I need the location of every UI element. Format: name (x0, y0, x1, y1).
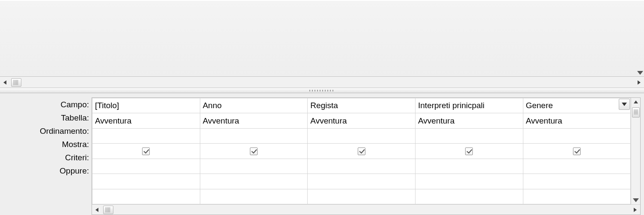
scroll-thumb[interactable] (103, 206, 113, 214)
cell-ordinamento[interactable] (308, 128, 415, 143)
cell-extra[interactable] (415, 189, 523, 204)
cell-oppure[interactable] (523, 174, 631, 189)
cell-oppure[interactable] (415, 174, 523, 189)
checkbox-icon[interactable] (573, 147, 581, 155)
label-criteri: Criteri: (6, 151, 92, 164)
scroll-up-button[interactable] (632, 98, 640, 106)
relations-hscrollbar[interactable] (0, 77, 644, 88)
cell-criteri[interactable] (200, 159, 308, 174)
cell-campo[interactable]: Interpreti prinicpali (415, 98, 523, 113)
relations-collapse-button[interactable] (635, 67, 644, 78)
cell-extra[interactable] (200, 189, 308, 204)
label-campo: Campo: (6, 98, 92, 111)
row-criteri (92, 159, 631, 174)
cell-oppure[interactable] (308, 174, 415, 189)
qbe-vscrollbar[interactable] (631, 98, 640, 204)
svg-marker-2 (638, 80, 641, 85)
row-mostra (92, 144, 631, 159)
qbe-grid-pane: Campo: Tabella: Ordinamento: Mostra: Cri… (0, 93, 644, 215)
cell-criteri[interactable] (92, 159, 200, 174)
scroll-left-button[interactable] (92, 205, 102, 215)
cell-oppure[interactable] (92, 174, 200, 189)
qbe-hscrollbar[interactable] (92, 204, 640, 215)
scroll-down-button[interactable] (632, 196, 640, 204)
svg-marker-7 (634, 208, 637, 212)
cell-extra[interactable] (92, 189, 200, 204)
svg-marker-1 (3, 80, 6, 85)
label-ordinamento: Ordinamento: (6, 124, 92, 138)
row-extra (92, 189, 631, 204)
cell-tabella[interactable]: Avventura (92, 113, 200, 128)
scroll-right-button[interactable] (630, 205, 640, 215)
checkbox-icon[interactable] (142, 147, 150, 155)
cell-mostra[interactable] (200, 144, 308, 159)
cell-campo[interactable]: [Titolo] (92, 98, 200, 113)
field-dropdown-button[interactable] (619, 99, 630, 110)
cell-oppure[interactable] (200, 174, 308, 189)
pane-splitter[interactable] (0, 88, 644, 93)
row-selector-thumb[interactable] (632, 107, 640, 118)
cell-criteri[interactable] (523, 159, 631, 174)
cell-ordinamento[interactable] (523, 128, 631, 143)
cell-criteri[interactable] (308, 159, 415, 174)
row-ordinamento (92, 128, 631, 143)
cell-mostra[interactable] (415, 144, 523, 159)
scroll-right-button[interactable] (634, 78, 644, 87)
row-campo: [Titolo] Anno Regista Interpreti prinicp… (92, 98, 631, 113)
cell-mostra[interactable] (92, 144, 200, 159)
cell-tabella[interactable]: Avventura (523, 113, 631, 128)
qbe-table: [Titolo] Anno Regista Interpreti prinicp… (92, 98, 631, 204)
svg-marker-4 (633, 198, 639, 202)
checkbox-icon[interactable] (358, 147, 365, 155)
splitter-grip-icon (309, 90, 335, 91)
cell-campo[interactable]: Regista (308, 98, 415, 113)
cell-mostra[interactable] (523, 144, 631, 159)
cell-tabella[interactable]: Avventura (415, 113, 523, 128)
cell-campo[interactable]: Genere (523, 98, 631, 113)
svg-marker-0 (637, 71, 643, 75)
cell-criteri[interactable] (415, 159, 523, 174)
svg-marker-6 (95, 208, 98, 212)
checkbox-icon[interactable] (250, 147, 258, 155)
svg-marker-5 (622, 103, 627, 106)
cell-extra[interactable] (523, 189, 631, 204)
label-mostra: Mostra: (6, 138, 92, 151)
cell-mostra[interactable] (308, 144, 415, 159)
scroll-thumb[interactable] (11, 78, 21, 87)
label-tabella: Tabella: (6, 111, 92, 124)
relations-pane[interactable] (0, 0, 644, 77)
row-oppure (92, 174, 631, 189)
row-tabella: Avventura Avventura Avventura Avventura … (92, 113, 631, 128)
checkbox-icon[interactable] (465, 147, 473, 155)
cell-tabella[interactable]: Avventura (308, 113, 415, 128)
cell-ordinamento[interactable] (92, 128, 200, 143)
row-labels: Campo: Tabella: Ordinamento: Mostra: Cri… (6, 97, 92, 215)
cell-campo[interactable]: Anno (200, 98, 308, 113)
svg-marker-3 (634, 100, 638, 103)
scroll-left-button[interactable] (0, 78, 10, 87)
cell-ordinamento[interactable] (200, 128, 308, 143)
label-oppure: Oppure: (6, 164, 92, 177)
cell-ordinamento[interactable] (415, 128, 523, 143)
cell-extra[interactable] (308, 189, 415, 204)
cell-tabella[interactable]: Avventura (200, 113, 308, 128)
qbe-grid: [Titolo] Anno Regista Interpreti prinicp… (92, 97, 641, 215)
